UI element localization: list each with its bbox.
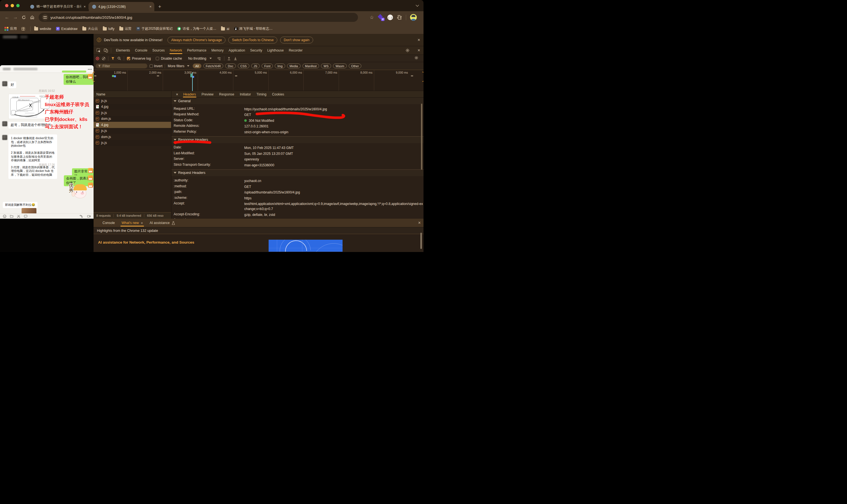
filter-chip[interactable]: Other (349, 64, 361, 68)
devtools-tab[interactable]: Console (133, 46, 150, 55)
drawer-tab-console[interactable]: Console (100, 219, 118, 227)
chat-history-icon[interactable] (24, 215, 28, 218)
bookmark-star-icon[interactable]: ☆ (370, 15, 374, 20)
bookmark-item[interactable]: 语雀，为每一个人提… (177, 26, 216, 31)
emoji-icon[interactable] (3, 215, 6, 218)
banner-close-icon[interactable]: × (418, 37, 420, 42)
address-bar[interactable]: yuchaoit.cn/upload/thumbnails/2025/w1600… (39, 13, 358, 22)
network-conditions-icon[interactable] (217, 57, 221, 60)
avatar[interactable] (2, 121, 7, 126)
devtools-tab[interactable]: Security (248, 46, 265, 55)
details-tab[interactable]: Initiator (237, 91, 253, 98)
home-button[interactable] (28, 13, 36, 21)
mac-traffic-lights[interactable] (5, 4, 20, 7)
details-tab[interactable]: Cookies (269, 91, 287, 98)
filter-chip[interactable]: Wasm (333, 64, 347, 68)
screenshot-scissors-icon[interactable] (17, 215, 20, 218)
request-row[interactable]: js.js (93, 140, 171, 146)
avatar[interactable] (2, 135, 7, 140)
close-details-icon[interactable]: × (174, 92, 180, 96)
details-scrollbar[interactable] (421, 104, 422, 170)
close-window-button[interactable] (5, 4, 8, 7)
tab-close-icon[interactable]: × (149, 4, 152, 9)
network-settings-gear-icon[interactable] (414, 56, 421, 61)
bookmark-item[interactable] (30, 26, 31, 31)
whats-new-article-image[interactable] (269, 240, 342, 252)
bookmark-item[interactable]: luffy (103, 27, 114, 31)
request-row[interactable]: js.js (93, 98, 171, 104)
voice-call-icon[interactable] (80, 215, 83, 218)
devtools-tab[interactable]: Application (226, 46, 248, 55)
tab-search-chevron-icon[interactable] (416, 3, 419, 7)
devtools-tab[interactable]: Memory (209, 46, 226, 55)
avatar[interactable] (2, 81, 7, 86)
request-row[interactable]: js.js (93, 110, 171, 116)
filter-chip[interactable]: Media (287, 64, 301, 68)
url-text[interactable]: yuchaoit.cn/upload/thumbnails/2025/w1600… (50, 15, 132, 20)
drawer-scrollbar[interactable] (420, 233, 422, 249)
bookmark-item[interactable]: ai (221, 27, 229, 31)
details-tab[interactable]: Preview (199, 91, 216, 98)
invert-checkbox[interactable] (149, 65, 153, 68)
bookmark-item[interactable]: 于超2025就业班笔记 (136, 26, 173, 31)
filter-funnel-icon[interactable] (111, 57, 114, 60)
import-har-icon[interactable] (227, 57, 231, 60)
file-folder-icon[interactable] (10, 215, 14, 218)
request-row[interactable]: dom.js (93, 134, 171, 140)
banner-button[interactable]: Don't show again (280, 37, 313, 43)
bookmark-item[interactable]: 运营 (119, 26, 131, 31)
banner-button[interactable]: Switch DevTools to Chinese (228, 37, 277, 43)
filter-chip[interactable]: JS (251, 64, 260, 68)
general-section-header[interactable]: General (172, 98, 423, 104)
devtools-tab[interactable]: Elements (113, 46, 133, 55)
devtools-tab[interactable]: Recorder (286, 46, 305, 55)
back-button[interactable]: ← (3, 13, 11, 21)
filter-chip[interactable]: All (193, 64, 201, 68)
avatar[interactable] (88, 74, 93, 79)
video-call-icon[interactable] (87, 215, 91, 218)
devtools-tab[interactable]: Sources (150, 46, 167, 55)
chat-photo-partial[interactable] (21, 208, 36, 213)
filter-chip[interactable]: Manifest (302, 64, 319, 68)
settings-gear-icon[interactable] (405, 48, 410, 53)
invert-label[interactable]: Invert (154, 64, 162, 68)
filter-chip[interactable]: Doc (225, 64, 236, 68)
filter-chip[interactable]: WS (321, 64, 331, 68)
bookmark-item[interactable]: 火山云 (82, 26, 98, 31)
filter-chip[interactable]: Font (262, 64, 273, 68)
devtools-tab[interactable]: Network (167, 46, 184, 55)
chat-image-diagram[interactable]: 中国局域网 阿里云镜像存储仓库 docker hub仓库 (9, 94, 51, 119)
preserve-log-checkbox[interactable] (127, 57, 130, 60)
request-headers-section-header[interactable]: Request Headers (172, 170, 423, 176)
export-har-icon[interactable] (234, 57, 237, 60)
forward-button[interactable]: → (11, 13, 20, 21)
more-filters-label[interactable]: More filters (168, 64, 184, 68)
disable-cache-label[interactable]: Disable cache (161, 57, 182, 60)
avatar[interactable] (88, 175, 93, 180)
minimize-window-button[interactable] (11, 4, 14, 7)
request-row[interactable]: dom.js (93, 116, 171, 122)
preserve-log-label[interactable]: Preserve log (132, 57, 151, 60)
avatar[interactable] (88, 168, 93, 173)
throttling-dropdown-icon[interactable] (210, 58, 212, 59)
network-overview-timeline[interactable]: 1,000 ms2,000 ms3,000 ms4,000 ms5,000 ms… (93, 70, 423, 91)
throttling-select[interactable]: No throttling (188, 57, 207, 60)
chat-menu-icon[interactable] (89, 69, 90, 70)
devtools-tab[interactable]: Performance (184, 46, 209, 55)
bookmark-item[interactable]: 应用 (4, 26, 17, 31)
chat-sticker[interactable]: 优秀 ✦ ✦ (69, 183, 87, 200)
details-tab[interactable]: Headers (180, 91, 199, 98)
request-row[interactable]: js.js (93, 128, 171, 134)
bookmark-item[interactable]: website (34, 27, 51, 31)
reload-button[interactable] (20, 13, 28, 21)
clear-network-log-icon[interactable] (102, 57, 105, 60)
filter-chip[interactable]: Fetch/XHR (204, 64, 224, 68)
drawer-tab-whats-new[interactable]: What's new × (119, 219, 146, 227)
requests-name-column-header[interactable]: Name (93, 91, 171, 98)
bookmark-item[interactable] (21, 27, 27, 31)
devtools-close-icon[interactable]: × (418, 48, 420, 53)
whats-new-article-title[interactable]: AI assistance for Network, Performance, … (98, 240, 194, 245)
search-icon[interactable] (117, 57, 121, 60)
devtools-extension-icon[interactable]: {…} (387, 15, 393, 20)
devtools-tab[interactable]: Lighthouse (265, 46, 286, 55)
